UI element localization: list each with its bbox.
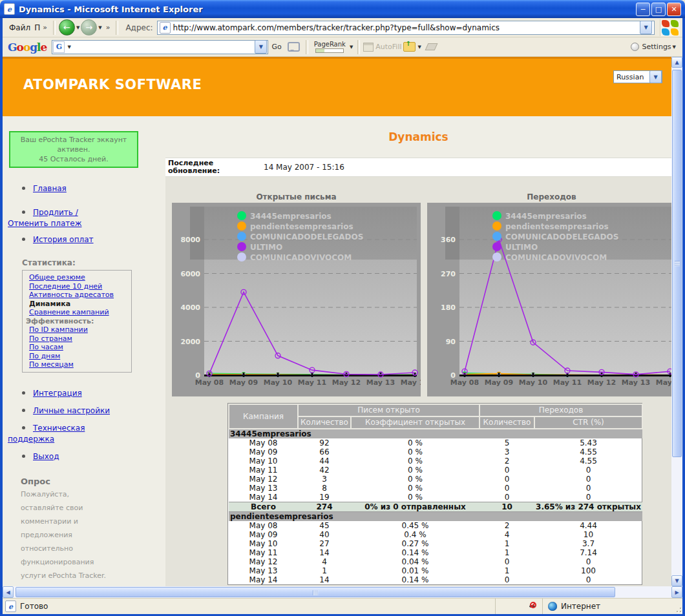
- vertical-scrollbar[interactable]: ▲ ▼: [671, 57, 682, 586]
- back-button[interactable]: ←: [59, 19, 75, 36]
- browser-viewport: ATOMPARK SOFTWARE Russian ▼ Ваш ePochta …: [3, 57, 682, 586]
- google-g-icon[interactable]: G: [53, 41, 65, 53]
- scroll-down-button[interactable]: ▼: [671, 575, 682, 586]
- menu-clipped[interactable]: Правка: [34, 23, 40, 32]
- autofill-button[interactable]: AutoFill: [375, 43, 401, 51]
- horizontal-scroll-thumb[interactable]: [16, 587, 615, 597]
- folder-dropdown-icon[interactable]: ▼: [418, 45, 421, 50]
- address-dropdown-icon[interactable]: ▼: [640, 21, 652, 34]
- bullet-icon: [22, 187, 25, 190]
- privacy-report-icon[interactable]: [528, 602, 537, 611]
- sidebar-link[interactable]: Продлить / Отменить платеж: [8, 207, 119, 229]
- charts-and-table-region: Открытые письма02000400060008000May 08Ma…: [165, 177, 671, 586]
- sidebar-link[interactable]: Личные настройки: [8, 406, 119, 416]
- svg-text:34445empresarios: 34445empresarios: [505, 212, 587, 221]
- menu-file[interactable]: Файл: [9, 23, 30, 32]
- svg-text:May 09: May 09: [485, 378, 513, 387]
- address-url[interactable]: http://www.atompark.com/members/tracker/…: [173, 23, 640, 32]
- google-toolbar: Google G ▼ ▼ Go PageRank ▼ AutoFill ↑ ▼ …: [3, 37, 682, 57]
- pagerank-dropdown-icon[interactable]: ▼: [350, 45, 353, 50]
- scroll-right-button[interactable]: ▶: [671, 586, 682, 598]
- pagerank-button[interactable]: PageRank: [314, 41, 346, 53]
- svg-text:COMUNICADODELEGADOS: COMUNICADODELEGADOS: [250, 232, 363, 241]
- settings-dropdown-icon[interactable]: ▼: [673, 45, 676, 50]
- address-input[interactable]: e http://www.atompark.com/members/tracke…: [157, 21, 655, 35]
- svg-text:270: 270: [441, 270, 456, 278]
- title-bar[interactable]: e Dynamics - Microsoft Internet Explorer…: [0, 0, 685, 18]
- table-row: May 1230 %00: [229, 475, 642, 484]
- google-search-input[interactable]: G ▼ ▼: [52, 40, 268, 54]
- stats-item-link[interactable]: Общее резюме: [29, 273, 131, 282]
- table-row: May 08450.45 %24.44: [229, 521, 642, 530]
- table-row: May 14140.14 %00: [229, 575, 642, 584]
- language-dropdown-icon[interactable]: ▼: [649, 70, 662, 83]
- search-history-dropdown-icon[interactable]: ▼: [255, 40, 267, 54]
- stats-item-link[interactable]: Сравнение кампаний: [29, 308, 131, 317]
- status-ready-text: Готово: [20, 602, 48, 611]
- sidebar-link[interactable]: Главная: [8, 183, 119, 194]
- search-type-dropdown-icon[interactable]: ▼: [67, 45, 70, 50]
- settings-button[interactable]: Settings: [642, 43, 671, 51]
- resize-grip[interactable]: [673, 599, 682, 614]
- horizontal-scrollbar[interactable]: ◀ ▶: [3, 586, 682, 598]
- sidebar-link[interactable]: История оплат: [8, 234, 119, 245]
- bullet-icon: [22, 391, 25, 395]
- window-border-right: [682, 18, 685, 616]
- svg-text:pendientesempresarios: pendientesempresarios: [505, 222, 609, 231]
- table-row: May 10440 %24.55: [229, 457, 642, 466]
- maximize-button[interactable]: □: [651, 3, 666, 16]
- stats-item-link[interactable]: По ID кампании: [29, 325, 131, 334]
- stats-section-label: Статистика:: [22, 258, 165, 267]
- last-update-value: 14 May 2007 - 15:16: [264, 163, 344, 172]
- col-campaign: Кампания: [229, 404, 298, 429]
- stats-item-link[interactable]: По месяцам: [29, 360, 131, 369]
- sidebar-link[interactable]: Техническая поддержка: [8, 423, 119, 445]
- forward-button[interactable]: →: [81, 19, 97, 36]
- ie-page-icon: e: [5, 601, 16, 612]
- bullet-icon: [22, 409, 25, 412]
- pagerank-bar: [315, 48, 344, 53]
- table-row: May 1240.04 %00: [229, 557, 642, 566]
- sidebar-link[interactable]: Выход: [8, 451, 119, 462]
- menu-overflow-chevron-icon[interactable]: »: [43, 23, 47, 32]
- back-dropdown-icon[interactable]: ▼: [76, 25, 79, 30]
- sidebar-link[interactable]: Интеграция: [8, 388, 119, 399]
- window-title: Dynamics - Microsoft Internet Explorer: [19, 5, 635, 14]
- col-ctr: CTR (%): [534, 416, 642, 429]
- scroll-left-button[interactable]: ◀: [3, 586, 14, 598]
- svg-text:May 13: May 13: [622, 378, 650, 387]
- last-update-bar: Последнее обновление: 14 May 2007 - 15:1…: [165, 158, 671, 177]
- stats-item-link[interactable]: По дням: [29, 352, 131, 361]
- bullet-icon: [22, 426, 25, 429]
- svg-text:6000: 6000: [180, 270, 200, 278]
- page-title: Dynamics: [165, 130, 671, 143]
- minimize-button[interactable]: ─: [636, 3, 650, 16]
- col-open-count: Количество: [298, 416, 351, 429]
- svg-text:180: 180: [441, 303, 456, 312]
- svg-text:May 11: May 11: [298, 378, 326, 387]
- go-button[interactable]: Go: [271, 43, 281, 51]
- stats-item-link[interactable]: Активность адресатов: [29, 291, 131, 300]
- forward-dropdown-icon[interactable]: ▼: [98, 25, 101, 30]
- stats-item-link[interactable]: По странам: [29, 334, 131, 344]
- folder-up-icon[interactable]: ↑: [403, 42, 416, 52]
- highlighter-icon[interactable]: [425, 43, 437, 50]
- toolbar-overflow-chevron-icon[interactable]: »: [106, 23, 111, 32]
- bullet-icon: [22, 238, 25, 241]
- svg-text:May 08: May 08: [195, 378, 224, 387]
- vertical-scroll-thumb[interactable]: [672, 70, 682, 457]
- col-group-clicks: Переходов: [480, 404, 642, 416]
- close-button[interactable]: ✕: [667, 3, 681, 16]
- stats-item-link[interactable]: Последние 10 дней: [29, 282, 131, 291]
- table-row: May 09400.4 %410: [229, 530, 642, 539]
- stats-item-link[interactable]: По часам: [29, 343, 131, 352]
- bullet-icon: [22, 210, 25, 214]
- scroll-up-button[interactable]: ▲: [671, 57, 682, 68]
- comments-bubble-icon[interactable]: [288, 42, 300, 52]
- stats-item-current[interactable]: Динамика: [29, 300, 131, 309]
- survey-title: Опрос: [21, 477, 165, 486]
- language-select[interactable]: Russian ▼: [613, 70, 662, 83]
- svg-text:ULTIMO: ULTIMO: [505, 243, 538, 252]
- chart-1: Переходов090180270360May 08May 09May 10M…: [427, 192, 671, 396]
- col-open-rate: Коэффициент открытых: [351, 416, 480, 429]
